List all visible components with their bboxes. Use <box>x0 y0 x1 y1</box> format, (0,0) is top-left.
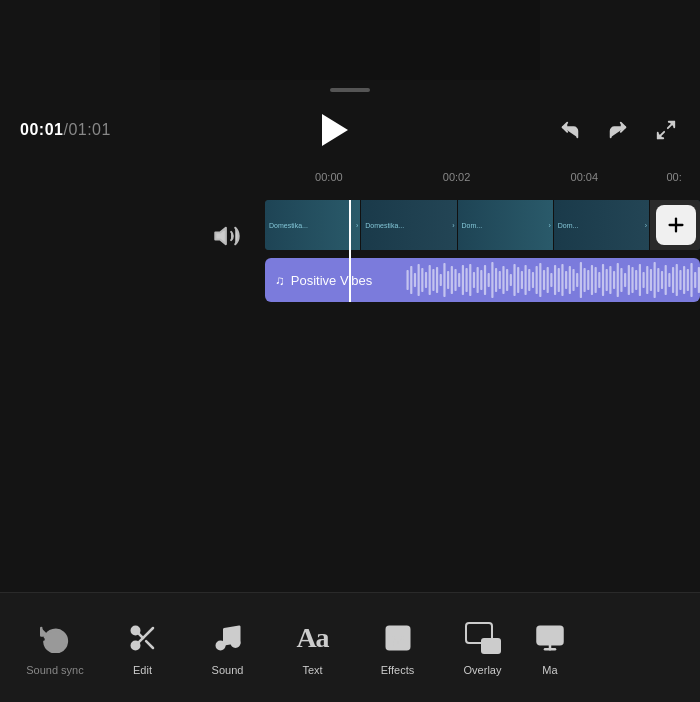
audio-track[interactable]: ♫ Positive Vibes <box>265 258 700 302</box>
toolbar-item-sound-sync[interactable]: Sound sync <box>10 603 100 693</box>
svg-rect-10 <box>421 268 423 292</box>
svg-rect-32 <box>502 266 504 294</box>
svg-rect-94 <box>538 626 563 644</box>
svg-rect-29 <box>491 262 493 298</box>
transport-row: 00:01/01:01 <box>0 100 700 160</box>
svg-rect-51 <box>572 269 574 291</box>
svg-rect-55 <box>587 270 589 290</box>
svg-rect-45 <box>550 273 552 287</box>
text-label: Text <box>302 664 322 676</box>
timeline-area: Domestika... › Domestika... › Dom... › D… <box>0 190 700 370</box>
svg-rect-54 <box>583 268 585 292</box>
svg-rect-19 <box>454 269 456 291</box>
svg-rect-83 <box>690 263 692 297</box>
video-track[interactable]: Domestika... › Domestika... › Dom... › D… <box>265 200 700 250</box>
svg-rect-16 <box>443 263 445 297</box>
svg-rect-47 <box>558 268 560 292</box>
svg-rect-25 <box>477 267 479 293</box>
svg-rect-63 <box>617 263 619 297</box>
ruler-label-3: 00: <box>648 171 700 183</box>
svg-rect-28 <box>488 273 490 287</box>
svg-rect-44 <box>547 267 549 293</box>
svg-rect-56 <box>591 265 593 295</box>
svg-rect-79 <box>676 264 678 296</box>
toolbar-item-sound[interactable]: Sound <box>185 603 270 693</box>
controls-right <box>556 116 680 144</box>
svg-rect-13 <box>432 269 434 291</box>
toolbar-item-edit[interactable]: Edit <box>100 603 185 693</box>
svg-rect-23 <box>469 264 471 296</box>
drag-handle[interactable] <box>330 88 370 92</box>
ruler-label-2: 00:04 <box>520 171 648 183</box>
svg-marker-2 <box>215 228 226 244</box>
more-icon <box>535 620 565 656</box>
svg-rect-81 <box>683 266 685 294</box>
current-time: 00:01 <box>20 121 63 138</box>
svg-rect-69 <box>639 264 641 296</box>
svg-rect-75 <box>661 271 663 289</box>
svg-rect-42 <box>539 263 541 297</box>
svg-rect-65 <box>624 273 626 287</box>
redo-button[interactable] <box>604 116 632 144</box>
toolbar-item-text[interactable]: Aa Text <box>270 603 355 693</box>
svg-rect-35 <box>513 264 515 296</box>
fullscreen-button[interactable] <box>652 116 680 144</box>
overlay-icon <box>463 620 503 656</box>
effects-label: Effects <box>381 664 414 676</box>
svg-rect-12 <box>429 265 431 295</box>
audio-track-name: Positive Vibes <box>291 273 372 288</box>
effects-icon <box>383 620 413 656</box>
video-track-content: Domestika... › Domestika... › Dom... › D… <box>265 200 700 250</box>
toolbar-item-overlay[interactable]: Overlay <box>440 603 525 693</box>
text-icon: Aa <box>296 620 328 656</box>
svg-rect-7 <box>410 266 412 294</box>
play-triangle-icon <box>322 114 348 146</box>
bottom-toolbar: Sound sync Edit Sound Aa <box>0 592 700 702</box>
ruler-label-1: 00:02 <box>393 171 521 183</box>
svg-rect-6 <box>406 270 408 290</box>
add-track-button[interactable] <box>656 205 696 245</box>
volume-button[interactable] <box>209 218 245 254</box>
svg-rect-14 <box>436 267 438 293</box>
more-label: Ma <box>542 664 557 676</box>
tracks-wrapper: Domestika... › Domestika... › Dom... › D… <box>265 200 700 302</box>
svg-rect-82 <box>687 269 689 291</box>
svg-rect-80 <box>679 270 681 290</box>
svg-rect-31 <box>499 271 501 289</box>
edit-label: Edit <box>133 664 152 676</box>
svg-rect-30 <box>495 268 497 292</box>
svg-rect-61 <box>609 266 611 294</box>
svg-rect-27 <box>484 265 486 295</box>
svg-point-92 <box>231 639 239 647</box>
audio-waveform <box>405 258 700 302</box>
track-controls <box>0 200 265 254</box>
svg-rect-11 <box>425 272 427 288</box>
svg-rect-72 <box>650 269 652 291</box>
svg-rect-20 <box>458 273 460 287</box>
timecode: 00:01/01:01 <box>20 121 111 139</box>
svg-rect-70 <box>642 272 644 288</box>
svg-rect-78 <box>672 267 674 293</box>
svg-rect-84 <box>694 272 696 288</box>
toolbar-item-effects[interactable]: Effects <box>355 603 440 693</box>
svg-line-89 <box>146 641 153 648</box>
svg-rect-36 <box>517 267 519 293</box>
toolbar-item-more[interactable]: Ma <box>525 603 575 693</box>
svg-rect-37 <box>521 271 523 289</box>
play-button[interactable] <box>307 104 359 156</box>
sound-sync-label: Sound sync <box>26 664 83 676</box>
svg-rect-48 <box>561 264 563 296</box>
svg-rect-9 <box>418 264 420 296</box>
svg-rect-68 <box>635 270 637 290</box>
svg-rect-50 <box>569 266 571 294</box>
video-preview <box>160 0 540 80</box>
svg-rect-22 <box>465 268 467 292</box>
svg-rect-24 <box>473 272 475 288</box>
undo-button[interactable] <box>556 116 584 144</box>
svg-rect-93 <box>386 626 409 649</box>
svg-rect-67 <box>631 267 633 293</box>
timeline-ruler: 00:00 00:02 00:04 00: <box>0 160 700 190</box>
svg-rect-39 <box>528 269 530 291</box>
svg-rect-53 <box>580 262 582 298</box>
svg-rect-41 <box>536 266 538 294</box>
